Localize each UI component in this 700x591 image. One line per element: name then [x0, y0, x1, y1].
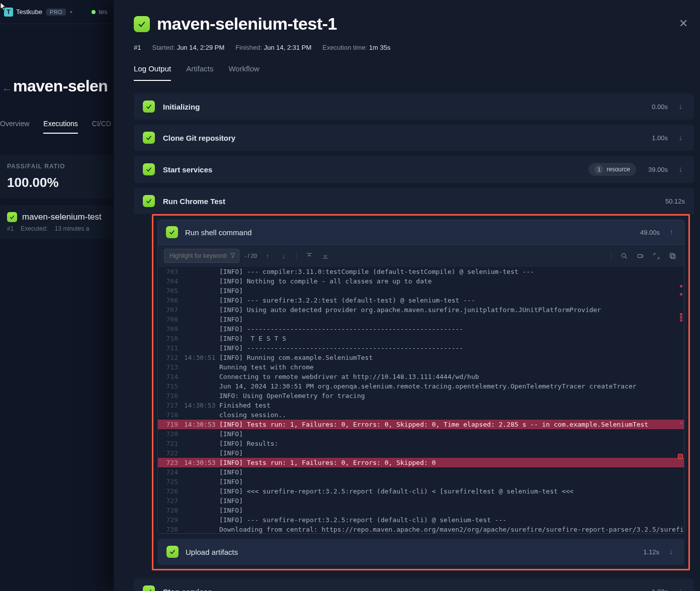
step-run-chrome-test[interactable]: Run Chrome Test 50.12s — [134, 188, 694, 214]
log-line: 710[INFO] T E S T S — [158, 334, 684, 343]
log-line: 715Jun 14, 2024 12:30:51 PM org.openqa.s… — [158, 381, 684, 391]
panel-header: ✕ maven-selenium-test-1 #1 Started: Jun … — [114, 0, 700, 81]
log-line: 709[INFO] ------------------------------… — [158, 324, 684, 334]
log-line: 716INFO: Using OpenTelemetry for tracing — [158, 391, 684, 401]
panel-meta: #1 Started: Jun 14, 2:29 PM Finished: Ju… — [134, 44, 680, 51]
step-run-shell-command: Run shell command 49.00s ↑ — [157, 220, 684, 534]
finished-value: Jun 14, 2:31 PM — [264, 44, 312, 51]
step-name: Run Chrome Test — [163, 197, 657, 206]
check-icon — [143, 585, 155, 591]
log-line: 71214:30:51[INFO] Running com.example.Se… — [158, 353, 684, 362]
chevron-down-icon[interactable]: ↓ — [676, 165, 685, 174]
step-initializing[interactable]: Initializing 0.00s ↓ — [134, 93, 694, 120]
log-line: 708[INFO] — [158, 315, 684, 324]
check-icon — [166, 226, 178, 238]
exec-time-label: Execution time: — [322, 44, 367, 51]
step-time: 50.12s — [665, 198, 685, 205]
log-line: 724[INFO] — [158, 467, 684, 477]
step-time: 1.00s — [652, 134, 668, 142]
chevron-down-icon[interactable]: ▾ — [70, 9, 72, 15]
started-value: Jun 14, 2:29 PM — [177, 44, 225, 51]
highlight-frame: Run shell command 49.00s ↑ — [152, 214, 690, 570]
chevron-up-icon[interactable]: ↑ — [667, 228, 676, 237]
close-icon[interactable]: ✕ — [679, 17, 688, 30]
search-icon[interactable] — [619, 250, 630, 261]
execution-panel: ✕ maven-selenium-test-1 #1 Started: Jun … — [114, 0, 700, 591]
check-icon — [143, 132, 155, 144]
tab-artifacts[interactable]: Artifacts — [186, 64, 213, 81]
log-line: 730Downloading from central: https://rep… — [158, 525, 684, 533]
back-arrow-icon[interactable]: ← — [2, 83, 12, 95]
log-line: 706[INFO] --- surefire:3.2.2:test (defau… — [158, 296, 684, 305]
tab-cicd[interactable]: CI/CD — [92, 120, 111, 134]
log-line: 726[INFO] <<< surefire-report:3.2.5:repo… — [158, 486, 684, 496]
step-name: Clone Git repository — [163, 134, 644, 142]
tab-log-output[interactable]: Log Output — [134, 64, 171, 81]
check-icon — [7, 212, 17, 222]
meta-number: #1 — [134, 44, 141, 51]
step-clone[interactable]: Clone Git repository 1.00s ↓ — [134, 125, 694, 151]
page-title: maven-selen — [13, 77, 108, 95]
fullscreen-icon[interactable] — [651, 250, 662, 261]
steps-list: Initializing 0.00s ↓ Clone Git repositor… — [114, 81, 700, 591]
next-match-icon[interactable]: ↓ — [278, 250, 289, 261]
executed-label: Executed: — [21, 225, 47, 232]
brand-name: Testkube — [16, 8, 42, 16]
scroll-bottom-icon[interactable] — [320, 250, 331, 261]
log-output[interactable]: 703[INFO] --- compiler:3.11.0:testCompil… — [158, 267, 684, 533]
resource-count: 1 — [594, 165, 603, 174]
log-line: 718closing session.. — [158, 410, 684, 420]
step-name: Stop services — [163, 587, 644, 592]
finished-label: Finished: — [235, 44, 262, 51]
check-icon — [166, 546, 179, 558]
sub-step-header[interactable]: Run shell command 49.00s ↑ — [158, 220, 684, 244]
step-name: Upload artifacts — [186, 548, 636, 556]
logo-icon: T — [4, 8, 13, 17]
svg-rect-6 — [671, 255, 675, 259]
step-name: Start services — [163, 165, 580, 174]
execution-number: #1 — [7, 225, 14, 232]
chevron-down-icon[interactable]: ↓ — [666, 547, 675, 556]
started-label: Started: — [152, 44, 175, 51]
step-name: Initializing — [163, 103, 644, 111]
stat-label: PASS/FAIL RATIO — [7, 163, 109, 170]
step-start-services[interactable]: Start services 1 resource 39.00s ↓ — [134, 156, 694, 183]
resource-label: resource — [606, 166, 630, 173]
env-name[interactable]: tes — [99, 8, 107, 16]
chevron-down-icon[interactable]: ↓ — [676, 102, 685, 111]
log-line: 72314:30:53[INFO] Tests run: 1, Failures… — [158, 458, 684, 467]
copy-icon[interactable] — [667, 250, 678, 261]
executed-value: 13 minutes a — [55, 225, 90, 232]
separator — [611, 251, 611, 260]
execution-name: maven-selenium-test — [22, 212, 102, 222]
check-icon — [143, 195, 155, 207]
chevron-down-icon[interactable]: ↓ — [676, 133, 685, 142]
stat-value: 100.00% — [7, 175, 109, 190]
tab-workflow[interactable]: Workflow — [228, 64, 259, 81]
execution-card[interactable]: maven-selenium-test #1 Executed: 13 minu… — [0, 205, 116, 239]
log-line: 714Connecting to remote webdriver at htt… — [158, 372, 684, 381]
check-icon — [134, 16, 150, 32]
log-line: 711[INFO] ------------------------------… — [158, 343, 684, 353]
tab-executions[interactable]: Executions — [43, 120, 77, 134]
chevron-down-icon[interactable]: ↓ — [676, 587, 685, 591]
prev-match-icon[interactable]: ↑ — [262, 250, 273, 261]
step-time: 39.00s — [648, 166, 668, 173]
svg-rect-7 — [670, 253, 674, 257]
scrollbar-markers — [679, 267, 683, 533]
svg-line-4 — [625, 257, 627, 258]
wrap-icon[interactable] — [635, 250, 646, 261]
step-upload-artifacts[interactable]: Upload artifacts 1.12s ↓ — [157, 539, 684, 565]
scroll-top-icon[interactable] — [304, 250, 315, 261]
match-counter: - / 20 — [244, 253, 257, 259]
step-stop-services[interactable]: Stop services 1.03s ↓ — [134, 578, 694, 591]
log-line: 713Running test with chrome — [158, 362, 684, 372]
tab-overview[interactable]: Overview — [0, 120, 29, 134]
step-time: 49.00s — [640, 229, 660, 236]
filter-icon[interactable] — [227, 250, 238, 261]
step-time: 1.12s — [643, 548, 659, 556]
pro-badge: PRO — [46, 9, 66, 16]
background-left: ← maven-selen Overview Executions CI/CD … — [0, 24, 116, 591]
svg-point-3 — [622, 253, 626, 257]
page-tabs: Overview Executions CI/CD — [0, 120, 111, 134]
